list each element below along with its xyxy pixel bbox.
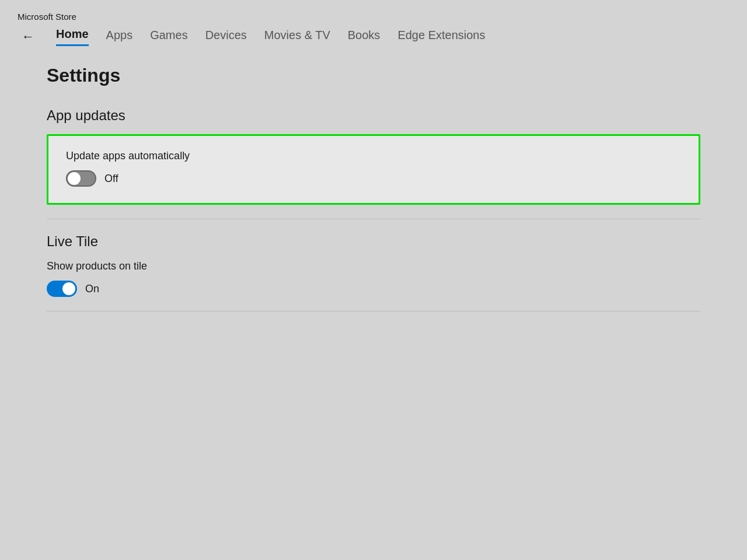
divider-1 [47, 219, 700, 219]
nav-item-devices[interactable]: Devices [205, 29, 247, 46]
nav-item-books[interactable]: Books [348, 29, 381, 46]
toggle-row-update-apps: Off [66, 170, 681, 187]
app-updates-section: App updates Update apps automatically Of… [47, 107, 700, 205]
update-apps-toggle-state: Off [104, 173, 118, 185]
nav-item-apps[interactable]: Apps [106, 29, 133, 46]
live-tile-section-title: Live Tile [47, 233, 700, 250]
update-apps-toggle[interactable] [66, 170, 96, 187]
main-content: Settings App updates Update apps automat… [0, 65, 747, 312]
app-updates-section-title: App updates [47, 107, 700, 124]
nav-item-home[interactable]: Home [56, 27, 89, 46]
show-products-card: Show products on tile On [47, 260, 700, 297]
toggle-thumb-on [62, 282, 75, 295]
update-apps-automatically-label: Update apps automatically [66, 150, 681, 162]
divider-2 [47, 311, 700, 312]
nav-item-games[interactable]: Games [150, 29, 187, 46]
toggle-thumb [68, 172, 81, 185]
toggle-row-show-products: On [47, 281, 700, 297]
navigation: ← Home Apps Games Devices Movies & TV Bo… [0, 26, 747, 47]
nav-item-edge-extensions[interactable]: Edge Extensions [397, 29, 485, 46]
show-products-toggle[interactable] [47, 281, 77, 297]
title-bar: Microsoft Store [0, 0, 747, 26]
live-tile-section: Live Tile Show products on tile On [47, 233, 700, 297]
page-title: Settings [47, 65, 700, 86]
update-apps-automatically-card: Update apps automatically Off [47, 134, 700, 205]
show-products-toggle-state: On [85, 283, 99, 295]
show-products-label: Show products on tile [47, 260, 700, 272]
nav-item-movies-tv[interactable]: Movies & TV [264, 29, 330, 46]
back-button[interactable]: ← [18, 26, 39, 47]
